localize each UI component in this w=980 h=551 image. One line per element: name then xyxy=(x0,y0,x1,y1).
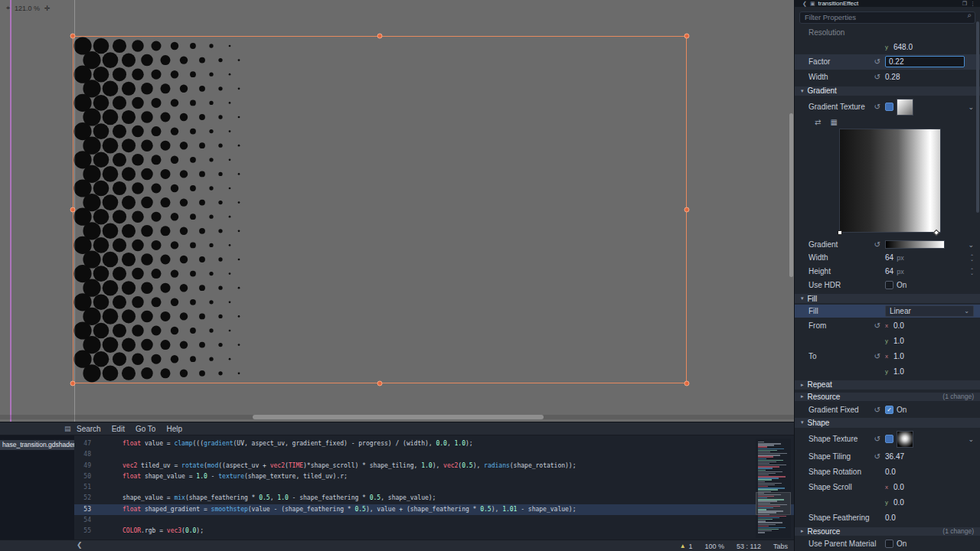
code-line[interactable]: 52shape_value = mix(shape_feathering * 0… xyxy=(74,493,794,504)
gradient-stop-start[interactable] xyxy=(838,230,842,235)
code-line[interactable]: 55COLOR.rgb = vec3(0.0); xyxy=(74,526,794,536)
chevron-down-icon[interactable]: ⌄ xyxy=(968,241,974,249)
shape-scroll-x-value[interactable]: 0.0 xyxy=(893,483,904,491)
warning-icon[interactable]: ▲ xyxy=(680,543,686,549)
shape-texture-thumbnail[interactable] xyxy=(897,431,913,448)
property-row-shape-feathering: Shape Feathering 0.0 xyxy=(795,510,980,526)
fill-dropdown[interactable]: Linear ⌄ xyxy=(885,305,974,317)
revert-icon[interactable]: ↺ xyxy=(874,352,880,360)
section-resource[interactable]: ▸ Resource (1 change) xyxy=(795,393,980,401)
chevron-down-icon[interactable]: ⌄ xyxy=(968,103,974,111)
menu-help[interactable]: Help xyxy=(166,425,182,433)
revert-icon[interactable]: ↺ xyxy=(874,406,880,414)
use-hdr-label: Use HDR xyxy=(808,281,841,289)
from-x-value[interactable]: 0.0 xyxy=(893,321,904,330)
shape-scroll-y-value[interactable]: 0.0 xyxy=(893,498,904,507)
code-line[interactable]: 48 xyxy=(74,449,794,460)
from-y-value[interactable]: 1.0 xyxy=(893,337,904,345)
filter-properties-input[interactable] xyxy=(799,11,975,24)
use-parent-material-checkbox[interactable] xyxy=(885,540,893,548)
from-label: From xyxy=(808,321,826,330)
tex-width-value[interactable]: 64 xyxy=(885,253,893,262)
dock-options-icon[interactable]: ❐ xyxy=(962,1,967,7)
to-x-value[interactable]: 1.0 xyxy=(893,352,904,360)
code-line[interactable]: 50float shape_value = 1.0 - texture(shap… xyxy=(74,471,794,482)
zoom-level-label[interactable]: 121.0 % xyxy=(15,5,40,12)
code-line[interactable]: 49vec2 tiled_uv = rotate(mod((aspect_uv … xyxy=(74,461,794,471)
viewport-vertical-scrollbar[interactable] xyxy=(789,113,793,277)
selection-handle-bc[interactable] xyxy=(377,381,383,386)
indent-mode-label[interactable]: Tabs xyxy=(773,543,788,550)
section-gradient[interactable]: ▾ Gradient xyxy=(795,86,980,96)
code-line[interactable]: 51 xyxy=(74,482,794,493)
code-line[interactable]: 47float value = clamp(((gradient(UV, asp… xyxy=(74,439,794,449)
code-line[interactable]: 54 xyxy=(74,515,794,526)
selection-handle-bl[interactable] xyxy=(70,381,76,386)
zoom-reset-icon[interactable]: ⌖ xyxy=(6,4,10,12)
factor-input[interactable] xyxy=(885,56,965,67)
revert-icon[interactable]: ↺ xyxy=(874,103,880,111)
spinner-control[interactable]: ⌃ ⌄ xyxy=(970,269,974,275)
shape-rotation-value[interactable]: 0.0 xyxy=(885,468,896,476)
tex-height-value[interactable]: 64 xyxy=(885,267,893,276)
section-fill[interactable]: ▾ Fill xyxy=(795,294,980,303)
editor-zoom-label[interactable]: 100 % xyxy=(705,543,725,550)
selection-handle-tr[interactable] xyxy=(684,34,690,39)
selection-handle-mr[interactable] xyxy=(684,207,690,213)
gradient-preview[interactable] xyxy=(839,129,941,233)
chevron-down-icon[interactable]: ⌄ xyxy=(968,435,974,443)
2d-viewport[interactable]: ⌖ 121.0 % ✛ xyxy=(0,0,794,422)
width-value[interactable]: 0.28 xyxy=(885,73,900,81)
menu-goto[interactable]: Go To xyxy=(136,425,156,433)
shape-tiling-value[interactable]: 36.47 xyxy=(885,452,904,461)
menu-search[interactable]: Search xyxy=(77,425,101,433)
tex-height-label: Height xyxy=(808,267,831,276)
property-row-gradient-texture: Gradient Texture ↺ ⌄ xyxy=(795,97,980,117)
resource-changes-badge: (1 change) xyxy=(942,393,974,400)
history-back-icon[interactable]: ❮ xyxy=(802,1,807,7)
revert-icon[interactable]: ↺ xyxy=(874,73,880,81)
spin-down-icon[interactable]: ⌄ xyxy=(970,258,974,261)
to-y-value[interactable]: 1.0 xyxy=(893,367,904,376)
fill-selected-value: Linear xyxy=(890,307,911,315)
gradient-editor-toolbar: ⇄ ▦ xyxy=(795,117,980,127)
selection-handle-br[interactable] xyxy=(684,381,690,386)
selection-handle-ml[interactable] xyxy=(70,207,76,213)
gradient-fixed-on-label: On xyxy=(897,406,906,414)
code-minimap[interactable] xyxy=(756,439,791,538)
menu-edit[interactable]: Edit xyxy=(112,425,125,433)
y-axis-label: y xyxy=(885,44,890,51)
section-resource-2[interactable]: ▸ Resource (1 change) xyxy=(795,527,980,536)
property-row-from-x: From ↺ x 0.0 xyxy=(795,318,980,333)
code-editor[interactable]: 47float value = clamp(((gradient(UV, asp… xyxy=(74,435,794,540)
spinner-control[interactable]: ⌃ ⌄ xyxy=(970,255,974,261)
revert-icon[interactable]: ↺ xyxy=(874,452,880,461)
section-repeat[interactable]: ▸ Repeat xyxy=(795,380,980,389)
panel-collapse-icon[interactable]: ❮ xyxy=(77,541,83,549)
code-line[interactable]: 53float shaped_gradient = smoothstep(val… xyxy=(74,504,794,515)
inspector-scrollbar[interactable] xyxy=(976,21,979,213)
shader-file-tab[interactable]: hase_transition.gdshader xyxy=(0,440,74,450)
viewport-horizontal-scrollbar[interactable] xyxy=(253,415,544,419)
resolution-y-value[interactable]: 648.0 xyxy=(893,43,913,51)
gradient-texture-thumbnail[interactable] xyxy=(897,99,913,116)
gradient-ramp-preview[interactable] xyxy=(885,240,945,249)
more-options-icon[interactable]: ⋮ xyxy=(970,1,975,7)
revert-icon[interactable]: ↺ xyxy=(874,240,880,249)
shape-feathering-value[interactable]: 0.0 xyxy=(885,514,896,522)
revert-icon[interactable]: ↺ xyxy=(874,321,880,330)
gradient-preview-editor[interactable] xyxy=(839,129,969,233)
section-shape[interactable]: ▾ Shape xyxy=(795,418,980,427)
selection-handle-tl[interactable] xyxy=(70,34,76,39)
zoom-in-icon[interactable]: ✛ xyxy=(44,5,51,12)
selection-handle-tc[interactable] xyxy=(377,34,383,39)
gradient-tool-snap-icon[interactable]: ▦ xyxy=(830,118,837,126)
revert-icon[interactable]: ↺ xyxy=(874,57,880,66)
use-hdr-checkbox[interactable] xyxy=(885,281,893,289)
gradient-tool-swap-icon[interactable]: ⇄ xyxy=(815,118,821,126)
revert-icon[interactable]: ↺ xyxy=(874,435,880,443)
spin-down-icon[interactable]: ⌄ xyxy=(970,272,974,275)
selection-box[interactable] xyxy=(73,36,687,383)
gradient-fixed-checkbox[interactable]: ✓ xyxy=(885,406,893,414)
script-list-icon[interactable]: ▤ xyxy=(64,425,71,432)
